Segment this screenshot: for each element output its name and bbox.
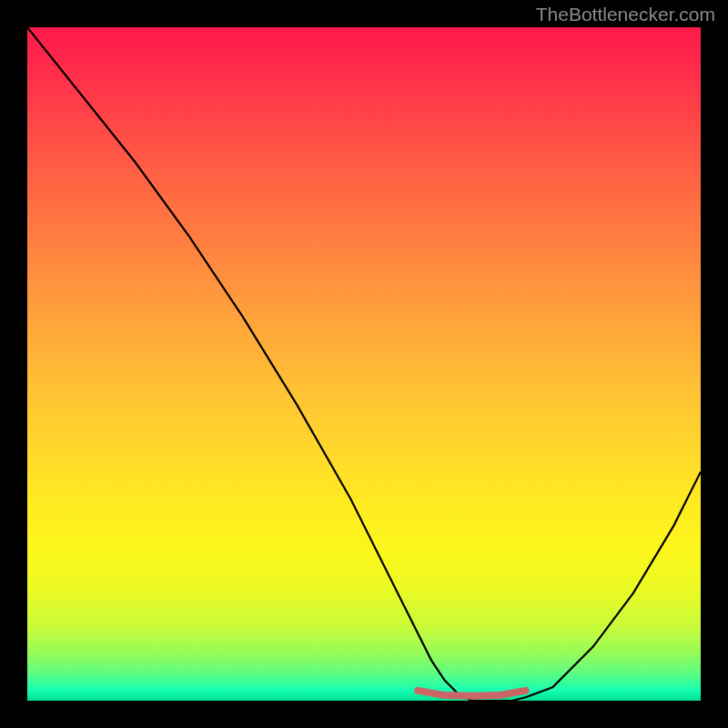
chart-container: TheBottlenecker.com: [0, 0, 728, 728]
plot-area: [27, 27, 701, 701]
bottleneck-curve: [27, 27, 701, 701]
watermark-text: TheBottlenecker.com: [536, 4, 715, 25]
optimum-marker: [418, 691, 525, 696]
curve-overlay: [27, 27, 701, 701]
